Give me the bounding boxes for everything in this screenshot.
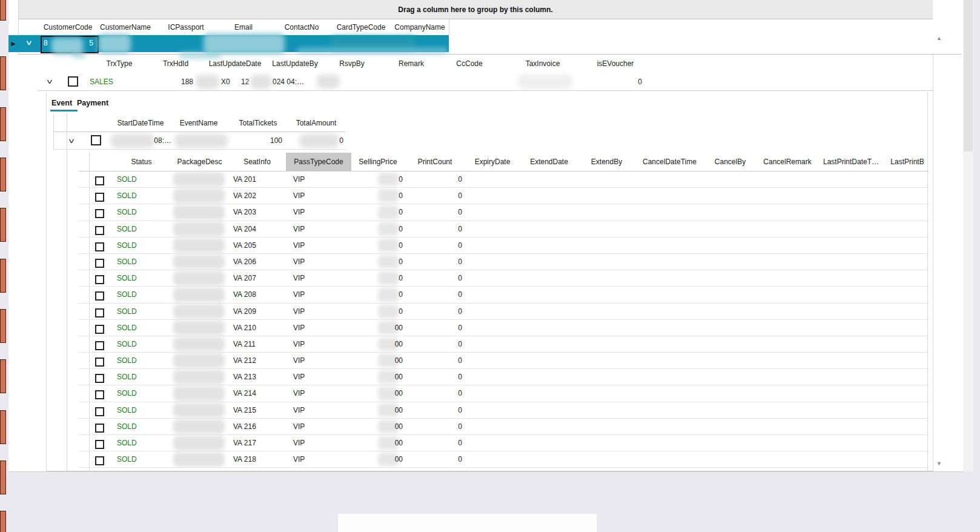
- vertical-scrollbar[interactable]: [963, 0, 973, 471]
- ticket-lastprintdatetime: [819, 270, 883, 286]
- ticket-row[interactable]: SOLD VA 203 VIP 0 0: [79, 204, 929, 221]
- ticket-expirydate: [465, 238, 520, 253]
- ticket-row-partial[interactable]: [79, 468, 929, 471]
- ticket-checkbox[interactable]: [95, 357, 104, 367]
- focused-cell-customercode[interactable]: 8 5: [41, 36, 99, 53]
- column-header-lastprintdatetime[interactable]: LastPrintDateT…: [819, 153, 883, 171]
- column-header-expirydate[interactable]: ExpiryDate: [465, 153, 520, 171]
- grid-line: [53, 131, 345, 132]
- column-header-companyname[interactable]: CompanyName: [383, 19, 456, 35]
- ticket-row[interactable]: SOLD VA 208 VIP 0 0: [79, 287, 929, 303]
- ticket-checkbox[interactable]: [95, 308, 104, 318]
- ticket-checkbox[interactable]: [95, 440, 104, 449]
- ticket-checkbox[interactable]: [95, 209, 104, 218]
- column-header-printcount[interactable]: PrintCount: [405, 153, 465, 171]
- ticket-checkbox[interactable]: [95, 259, 104, 268]
- ticket-row[interactable]: SOLD VA 216 VIP 00 0: [79, 419, 929, 435]
- column-header-passtypecode[interactable]: PassTypeCode: [286, 153, 351, 171]
- ticket-row[interactable]: SOLD VA 212 VIP 00 0: [79, 353, 929, 369]
- ticket-checkbox[interactable]: [95, 407, 104, 416]
- ticket-checkbox[interactable]: [95, 390, 104, 399]
- ticket-checkbox[interactable]: [95, 242, 104, 251]
- ticket-packagedesc: [171, 238, 228, 253]
- scroll-down-icon[interactable]: ▼: [936, 461, 942, 467]
- column-header-isevoucher[interactable]: isEVoucher: [579, 55, 652, 73]
- column-header-status[interactable]: Status: [112, 153, 171, 171]
- ticket-checkbox[interactable]: [95, 176, 104, 185]
- column-header-extenddate[interactable]: ExtendDate: [520, 153, 578, 171]
- ticket-printcount: 0: [405, 353, 465, 368]
- selected-customer-row[interactable]: ∨ 8 5: [18, 35, 449, 52]
- grid-line: [67, 113, 67, 471]
- tab-event[interactable]: Event: [51, 96, 72, 110]
- column-header-packagedesc[interactable]: PackageDesc: [171, 153, 228, 171]
- ticket-cancelremark: [756, 287, 819, 302]
- transaction-checkbox[interactable]: [68, 76, 78, 87]
- ticket-cancelby: [704, 385, 756, 401]
- ticket-row[interactable]: SOLD VA 201 VIP 0 0: [79, 171, 929, 188]
- tab-payment[interactable]: Payment: [77, 96, 108, 110]
- column-header-totalamount[interactable]: TotalAmount: [280, 114, 353, 132]
- ticket-sellingprice: 00: [351, 385, 405, 401]
- ticket-extenddate: [520, 221, 578, 237]
- event-checkbox[interactable]: [91, 135, 101, 145]
- ticket-canceldatetime: [635, 353, 704, 368]
- ticket-status: SOLD: [112, 451, 171, 467]
- ticket-extenddate: [520, 451, 578, 467]
- ticket-row[interactable]: SOLD VA 211 VIP 00 0: [79, 336, 929, 353]
- grid-line: [53, 149, 345, 150]
- ticket-seatinfo: VA 208: [228, 287, 286, 302]
- ticket-row[interactable]: SOLD VA 218 VIP 00 0: [79, 451, 929, 468]
- ticket-passtypecode: VIP: [286, 188, 351, 204]
- ticket-extendby: [578, 171, 635, 187]
- redacted-blur: [204, 33, 285, 54]
- ticket-row[interactable]: SOLD VA 215 VIP 00 0: [79, 402, 929, 419]
- ticket-status: SOLD: [112, 238, 171, 253]
- ticket-checkbox[interactable]: [95, 226, 104, 235]
- ticket-checkbox[interactable]: [95, 193, 104, 202]
- expand-chevron-icon[interactable]: ∨: [46, 78, 54, 85]
- ticket-row[interactable]: SOLD VA 206 VIP 0 0: [79, 254, 929, 270]
- scrollbar-thumb[interactable]: [964, 0, 973, 151]
- ticket-checkbox[interactable]: [95, 341, 104, 350]
- column-header-cancelby[interactable]: CancelBy: [704, 153, 756, 171]
- ticket-checkbox[interactable]: [95, 456, 104, 465]
- ticket-row[interactable]: SOLD VA 213 VIP 00 0: [79, 369, 929, 385]
- ticket-row[interactable]: SOLD VA 202 VIP 0 0: [79, 188, 929, 204]
- column-header-seatinfo[interactable]: SeatInfo: [228, 153, 286, 171]
- column-header-taxinvoice[interactable]: TaxInvoice: [506, 55, 579, 73]
- redacted-blur: [173, 370, 225, 384]
- ticket-checkbox[interactable]: [95, 374, 104, 383]
- ticket-packagedesc: [171, 369, 228, 385]
- expand-chevron-icon[interactable]: ∨: [68, 137, 76, 145]
- column-header-ccode[interactable]: CcCode: [433, 55, 506, 73]
- ticket-row[interactable]: SOLD VA 209 VIP 0 0: [79, 304, 929, 320]
- ticket-checkbox[interactable]: [95, 291, 104, 301]
- ticket-sellingprice: 0: [351, 304, 405, 319]
- ticket-row[interactable]: SOLD VA 205 VIP 0 0: [79, 238, 929, 254]
- ticket-seatinfo: VA 202: [228, 188, 286, 204]
- ticket-row[interactable]: SOLD VA 204 VIP 0 0: [79, 221, 929, 238]
- column-header-cancelremark[interactable]: CancelRemark: [756, 153, 819, 171]
- ticket-extendby: [578, 221, 635, 237]
- ticket-row[interactable]: SOLD VA 214 VIP 00 0: [79, 385, 929, 402]
- redacted-blur: [518, 75, 572, 89]
- column-header-sellingprice[interactable]: SellingPrice: [351, 153, 405, 171]
- column-header-extendby[interactable]: ExtendBy: [578, 153, 635, 171]
- scroll-up-icon[interactable]: ▲: [936, 35, 942, 41]
- ticket-row[interactable]: SOLD VA 217 VIP 00 0: [79, 435, 929, 451]
- column-header-lastprintby[interactable]: LastPrintB: [883, 153, 929, 171]
- group-by-panel[interactable]: Drag a column here to group by this colu…: [18, 0, 933, 19]
- ticket-row[interactable]: SOLD VA 207 VIP 0 0: [79, 270, 929, 287]
- expand-chevron-icon[interactable]: ∨: [25, 39, 33, 47]
- ticket-checkbox[interactable]: [95, 325, 104, 334]
- ticket-seatinfo: VA 214: [228, 385, 286, 401]
- ticket-passtypecode: VIP: [286, 402, 351, 418]
- ticket-seatinfo: VA 203: [228, 204, 286, 220]
- lastupdatedate-value-start: 12: [241, 73, 249, 90]
- redacted-blur: [173, 304, 225, 319]
- ticket-checkbox[interactable]: [95, 424, 104, 433]
- ticket-checkbox[interactable]: [95, 275, 104, 284]
- ticket-row[interactable]: SOLD VA 210 VIP 00 0: [79, 320, 929, 336]
- column-header-canceldatetime[interactable]: CancelDateTime: [635, 153, 704, 171]
